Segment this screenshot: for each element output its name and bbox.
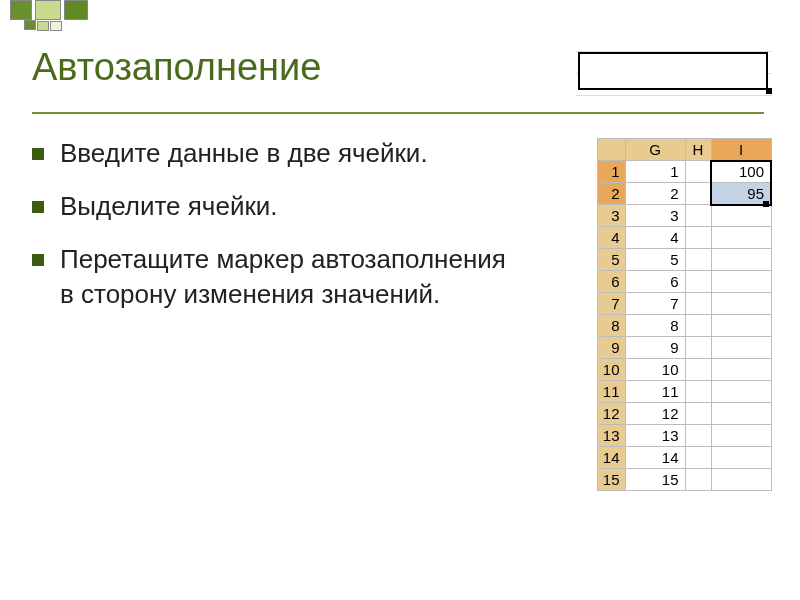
- cell: [711, 403, 771, 425]
- table-row: 88: [597, 315, 771, 337]
- table-row: 2 2 95: [597, 183, 771, 205]
- bullet-marker: [32, 148, 44, 160]
- cell: [711, 381, 771, 403]
- table-row: 77: [597, 293, 771, 315]
- cell: [711, 293, 771, 315]
- cell: [711, 469, 771, 491]
- deco-square: [10, 0, 32, 20]
- cell: [711, 447, 771, 469]
- table-row: 1313: [597, 425, 771, 447]
- row-header: 13: [597, 425, 625, 447]
- table-row: 55: [597, 249, 771, 271]
- table-row: 1212: [597, 403, 771, 425]
- bullet-text: Введите данные в две ячейки.: [60, 136, 428, 171]
- list-item: Введите данные в две ячейки.: [32, 136, 512, 171]
- cell: [711, 205, 771, 227]
- cell: 15: [625, 469, 685, 491]
- row-header: 15: [597, 469, 625, 491]
- row-header: 7: [597, 293, 625, 315]
- cell: [711, 227, 771, 249]
- cell: 2: [625, 183, 685, 205]
- row-header: 4: [597, 227, 625, 249]
- cell: [685, 271, 711, 293]
- table-row: 1515: [597, 469, 771, 491]
- cell: [685, 425, 711, 447]
- bullet-text: Выделите ячейки.: [60, 189, 278, 224]
- cell: [685, 359, 711, 381]
- table-row: 33: [597, 205, 771, 227]
- row-header: 11: [597, 381, 625, 403]
- bullet-list: Введите данные в две ячейки. Выделите яч…: [32, 136, 512, 330]
- slide-title: Автозаполнение: [32, 46, 321, 89]
- row-header: 5: [597, 249, 625, 271]
- cell: [685, 227, 711, 249]
- row-header: 9: [597, 337, 625, 359]
- row-header: 6: [597, 271, 625, 293]
- spreadsheet-fragment: G H I 1 1 100 2 2 95 33 44 55 66 77 88 9…: [597, 138, 773, 491]
- deco-square: [37, 21, 49, 31]
- fill-handle-icon[interactable]: [763, 201, 769, 207]
- cell: 8: [625, 315, 685, 337]
- list-item: Выделите ячейки.: [32, 189, 512, 224]
- column-header-i: I: [711, 139, 771, 161]
- list-item: Перетащите маркер автозаполнения в сторо…: [32, 242, 512, 312]
- cell: [685, 403, 711, 425]
- corner-cell: [597, 139, 625, 161]
- bullet-marker: [32, 201, 44, 213]
- cell: [685, 293, 711, 315]
- cell: [685, 469, 711, 491]
- cell: [685, 337, 711, 359]
- deco-square: [24, 20, 36, 30]
- table-row: 1111: [597, 381, 771, 403]
- cell: 6: [625, 271, 685, 293]
- cell: 10: [625, 359, 685, 381]
- cell: 5: [625, 249, 685, 271]
- cell-value: 95: [747, 185, 764, 202]
- cell-selected: 95: [711, 183, 771, 205]
- row-header: 12: [597, 403, 625, 425]
- row-header: 2: [597, 183, 625, 205]
- cell: [685, 161, 711, 183]
- cell: [685, 205, 711, 227]
- table-row: 1010: [597, 359, 771, 381]
- cell: 13: [625, 425, 685, 447]
- row-header: 1: [597, 161, 625, 183]
- cell: 14: [625, 447, 685, 469]
- table-row: 1414: [597, 447, 771, 469]
- bullet-text: Перетащите маркер автозаполнения в сторо…: [60, 242, 512, 312]
- table-row: 44: [597, 227, 771, 249]
- cell: [685, 183, 711, 205]
- deco-square: [35, 0, 61, 20]
- cell: [685, 315, 711, 337]
- cell: [711, 271, 771, 293]
- header-row: G H I: [597, 139, 771, 161]
- decorative-squares: [0, 0, 800, 32]
- cell-selected: 100: [711, 161, 771, 183]
- fill-handle-icon: [766, 88, 772, 94]
- deco-square: [64, 0, 88, 20]
- row-header: 3: [597, 205, 625, 227]
- table-row: 1 1 100: [597, 161, 771, 183]
- cell: [685, 249, 711, 271]
- cell: [685, 447, 711, 469]
- cell: [685, 381, 711, 403]
- row-header: 14: [597, 447, 625, 469]
- cell: 7: [625, 293, 685, 315]
- cell: 1: [625, 161, 685, 183]
- table-row: 99: [597, 337, 771, 359]
- cell: [711, 249, 771, 271]
- deco-square: [50, 21, 62, 31]
- title-divider: [32, 112, 764, 114]
- cell: [711, 315, 771, 337]
- table-row: 66: [597, 271, 771, 293]
- selection-outline: [578, 52, 768, 90]
- cell: 9: [625, 337, 685, 359]
- column-header-g: G: [625, 139, 685, 161]
- row-header: 10: [597, 359, 625, 381]
- row-header: 8: [597, 315, 625, 337]
- cell: [711, 425, 771, 447]
- cell: 11: [625, 381, 685, 403]
- column-header-h: H: [685, 139, 711, 161]
- cell: 12: [625, 403, 685, 425]
- cell: 4: [625, 227, 685, 249]
